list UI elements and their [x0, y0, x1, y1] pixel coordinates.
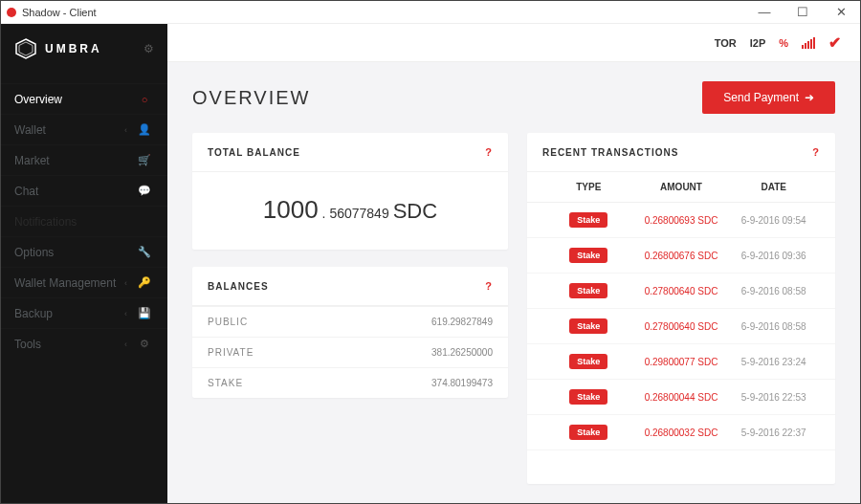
umbra-logo-icon: [14, 37, 37, 60]
transaction-amount: 0.26800044 SDC: [635, 392, 728, 403]
sliders-icon: ⚙: [135, 338, 154, 350]
window-titlebar: Shadow - Client — ☐ ✕: [1, 1, 860, 24]
col-amount: AMOUNT: [635, 182, 728, 192]
balances-title: BALANCES: [208, 281, 269, 292]
sidebar-item-label: Tools: [14, 338, 41, 351]
stake-badge: Stake: [569, 389, 607, 405]
transaction-row[interactable]: Stake0.26800044 SDC5-9-2016 22:53: [527, 380, 835, 415]
transaction-date: 5-9-2016 22:53: [727, 392, 820, 403]
stake-badge: Stake: [569, 212, 607, 228]
balance-value: 381.26250000: [431, 347, 493, 358]
cart-icon: 🛒: [135, 154, 154, 166]
transaction-amount: 0.26800676 SDC: [635, 251, 728, 261]
chevron-left-icon: ‹: [124, 340, 127, 349]
sidebar-item-overview[interactable]: Overview ○: [1, 83, 167, 114]
transaction-row[interactable]: Stake0.26800032 SDC5-9-2016 22:37: [527, 415, 835, 450]
recent-transactions-card: RECENT TRANSACTIONS ? TYPE AMOUNT DATE S…: [527, 133, 835, 484]
recent-transactions-title: RECENT TRANSACTIONS: [542, 147, 678, 158]
send-payment-button[interactable]: Send Payment ➜: [702, 81, 835, 114]
stake-badge: Stake: [569, 425, 607, 440]
balance-row: PUBLIC619.29827849: [192, 306, 508, 337]
transaction-date: 5-9-2016 23:24: [727, 357, 820, 367]
total-balance-title: TOTAL BALANCE: [208, 147, 300, 158]
circle-icon: ○: [135, 94, 154, 105]
arrow-right-icon: ➜: [805, 91, 814, 104]
help-icon[interactable]: ?: [485, 280, 493, 292]
chat-icon: 💬: [135, 185, 154, 197]
balance-row: PRIVATE381.26250000: [192, 337, 508, 367]
svg-marker-1: [19, 42, 33, 55]
wrench-icon: 🔧: [135, 246, 154, 258]
balance-value: 374.80199473: [431, 378, 493, 388]
window-title: Shadow - Client: [22, 7, 97, 18]
sidebar-item-label: Notifications: [14, 215, 77, 229]
transaction-row[interactable]: Stake0.26800676 SDC6-9-2016 09:36: [527, 238, 835, 274]
brand: UMBRA ⚙: [1, 24, 167, 83]
stake-badge: Stake: [569, 283, 607, 298]
total-balance-card: TOTAL BALANCE ? 1000 . 56077849SDC: [192, 133, 508, 250]
transaction-date: 6-9-2016 09:36: [727, 251, 820, 261]
transaction-amount: 0.27800640 SDC: [635, 321, 728, 332]
sidebar-item-label: Wallet: [14, 123, 46, 137]
main-area: TOR I2P % ✔ OVERVIEW Send Payment ➜ TOTA…: [167, 24, 860, 503]
sidebar-item-label: Market: [14, 154, 50, 167]
window-minimize-button[interactable]: —: [745, 5, 784, 19]
balance-row: STAKE374.80199473: [192, 367, 508, 398]
user-icon: 👤: [135, 123, 154, 136]
total-balance-value: 1000 . 56077849SDC: [192, 172, 508, 250]
sidebar-item-wallet[interactable]: Wallet ‹ 👤: [1, 114, 167, 144]
sidebar-item-wallet-management[interactable]: Wallet Management ‹ 🔑: [1, 267, 167, 297]
balance-value: 619.29827849: [431, 317, 493, 327]
transaction-row[interactable]: Stake0.27800640 SDC6-9-2016 08:58: [527, 309, 835, 344]
sidebar: UMBRA ⚙ Overview ○ Wallet ‹ 👤 Market 🛒 C…: [1, 24, 167, 503]
transaction-date: 6-9-2016 08:58: [727, 321, 820, 332]
chevron-left-icon: ‹: [124, 309, 127, 318]
sidebar-item-label: Backup: [14, 307, 53, 320]
sidebar-item-label: Wallet Management: [14, 276, 116, 290]
help-icon[interactable]: ?: [485, 146, 493, 158]
transactions-header-row: TYPE AMOUNT DATE: [527, 172, 835, 203]
chevron-left-icon: ‹: [124, 278, 127, 288]
window-maximize-button[interactable]: ☐: [784, 5, 822, 19]
stake-badge: Stake: [569, 354, 607, 369]
sync-check-icon: ✔: [828, 33, 841, 52]
chevron-left-icon: ‹: [124, 125, 127, 135]
help-icon[interactable]: ?: [812, 146, 820, 158]
sidebar-item-label: Options: [14, 246, 54, 259]
transaction-date: 6-9-2016 08:58: [727, 286, 820, 296]
sidebar-item-label: Overview: [14, 93, 62, 106]
col-date: DATE: [727, 182, 820, 192]
sidebar-item-label: Chat: [14, 185, 38, 198]
send-payment-label: Send Payment: [723, 91, 799, 104]
transaction-date: 6-9-2016 09:54: [727, 215, 820, 226]
transaction-row[interactable]: Stake0.26800693 SDC6-9-2016 09:54: [527, 203, 835, 238]
sidebar-item-market[interactable]: Market 🛒: [1, 144, 167, 175]
i2p-label[interactable]: I2P: [750, 37, 766, 49]
transaction-date: 5-9-2016 22:37: [727, 427, 820, 438]
balance-label: PRIVATE: [208, 347, 254, 358]
transaction-amount: 0.26800032 SDC: [635, 427, 728, 438]
balance-label: STAKE: [208, 378, 243, 388]
transaction-amount: 0.29800077 SDC: [635, 357, 728, 367]
sidebar-item-chat[interactable]: Chat 💬: [1, 175, 167, 206]
page-title: OVERVIEW: [192, 87, 310, 109]
transaction-row[interactable]: Stake0.27800640 SDC6-9-2016 08:58: [527, 274, 835, 309]
settings-gear-icon[interactable]: ⚙: [144, 42, 154, 55]
window-close-button[interactable]: ✕: [822, 5, 860, 19]
transaction-amount: 0.27800640 SDC: [635, 286, 728, 296]
sidebar-item-notifications[interactable]: Notifications: [1, 206, 167, 236]
percent-indicator[interactable]: %: [779, 37, 788, 49]
stake-badge: Stake: [569, 248, 607, 263]
app-favicon: [7, 8, 16, 17]
col-type: TYPE: [542, 182, 635, 192]
stake-badge: Stake: [569, 318, 607, 334]
transaction-amount: 0.26800693 SDC: [635, 215, 728, 226]
transaction-row[interactable]: Stake0.29800077 SDC5-9-2016 23:24: [527, 344, 835, 380]
sidebar-item-options[interactable]: Options 🔧: [1, 236, 167, 267]
sidebar-item-backup[interactable]: Backup ‹ 💾: [1, 297, 167, 328]
tor-label[interactable]: TOR: [715, 37, 737, 49]
save-icon: 💾: [135, 307, 154, 319]
key-icon: 🔑: [135, 276, 154, 289]
sidebar-item-tools[interactable]: Tools ‹ ⚙: [1, 328, 167, 359]
signal-bars-icon: [802, 37, 815, 49]
